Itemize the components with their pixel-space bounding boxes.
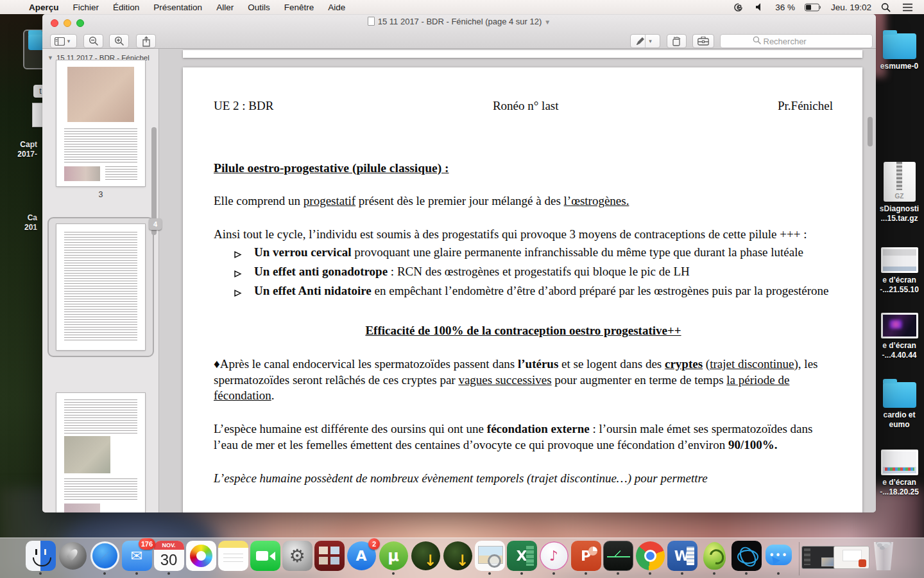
menu-edition[interactable]: Édition [106, 3, 146, 12]
share-button[interactable] [136, 34, 156, 48]
notification-badge: 176 [139, 538, 155, 550]
bullet-arrow-icon [234, 283, 254, 302]
menu-aller[interactable]: Aller [209, 3, 241, 12]
menu-outils[interactable]: Outils [241, 3, 277, 12]
view-menu-button[interactable]: ▾ [50, 34, 77, 48]
dock-appstore-icon[interactable]: A2 [345, 541, 377, 571]
menu-fichier[interactable]: Fichier [66, 3, 107, 12]
desktop-file-label: cardio eteumo [883, 410, 915, 430]
running-indicator-dot [745, 572, 748, 575]
zoom-in-button[interactable] [109, 34, 129, 48]
title-chevron-icon[interactable]: ▼ [544, 19, 551, 26]
document-paragraph: Ainsi tout le cycle, l’individu est soum… [214, 227, 833, 243]
bullet-item: Un verrou cervical provoquant une glaire… [234, 245, 833, 263]
document-paragraph: ♦Après le canal endocervical les spermat… [214, 356, 833, 405]
desktop-left-items: t Capt2017-Ca201 [0, 14, 42, 528]
spotlight-icon[interactable] [877, 3, 895, 12]
dock-trash-icon[interactable] [868, 541, 900, 570]
desktop-file-label: Capt2017- [17, 140, 37, 159]
dock-minwin2-icon[interactable] [835, 541, 868, 569]
battery-icon[interactable] [800, 3, 826, 12]
dock-safari-icon[interactable] [89, 541, 121, 575]
dock-jd-icon[interactable] [409, 541, 441, 571]
dock-itunes-icon[interactable]: ♪ [538, 541, 570, 575]
menu-presentation[interactable]: Présentation [146, 3, 209, 12]
markup-pen-chevron[interactable]: ▾ [645, 35, 655, 48]
document-scrollbar[interactable] [868, 117, 873, 146]
thumbnail-page-image[interactable] [56, 60, 145, 186]
dock-minwin1-icon[interactable] [803, 541, 835, 569]
dock-battlenet-icon[interactable] [730, 541, 762, 575]
dock-prefs-icon[interactable]: ⚙ [281, 541, 313, 571]
dock-preview-icon[interactable] [474, 541, 506, 575]
doc-header-right: Pr.Fénichel [778, 98, 833, 114]
dock-utorrent-icon[interactable]: µ [377, 541, 409, 575]
dock-facetime-icon[interactable] [249, 541, 281, 571]
desktop-file-sdiagnosti-15-tar-gz[interactable]: sDiagnosti...15.tar.gz [875, 162, 924, 223]
markup-pen-button[interactable]: ▾ [630, 34, 660, 48]
dock-excel-icon[interactable]: X [506, 541, 538, 575]
search-icon [753, 35, 761, 47]
zoom-out-button[interactable] [83, 34, 103, 48]
thumbnail-page-image[interactable] [56, 393, 145, 512]
dock-launchpad-icon[interactable] [56, 541, 89, 571]
page-thumbnail-5[interactable] [42, 393, 159, 512]
notification-badge: 2 [368, 538, 380, 550]
dock-finder-icon[interactable] [24, 541, 56, 575]
dock-mail-icon[interactable]: ✉176 [121, 541, 153, 575]
menu-aide[interactable]: Aide [321, 3, 352, 12]
dock-photobooth-icon[interactable] [313, 541, 345, 571]
document-paragraph: L’espèce humaine est différente des ours… [214, 421, 833, 453]
menu-bar: AperçuFichierÉditionPrésentationAllerOut… [0, 0, 924, 14]
window-chrome: 15 11 2017 - BDR - Fénichel (page 4 sur … [42, 14, 876, 49]
selected-thumbnail-box[interactable] [47, 217, 154, 357]
volume-icon[interactable] [751, 3, 770, 12]
search-field[interactable] [720, 34, 873, 48]
uterus-diagram-image [67, 67, 135, 122]
desktop-file-label: e d’écran-...18.20.25 [880, 478, 919, 497]
dock-messages-icon[interactable]: ••• [762, 541, 794, 575]
menu-clock[interactable]: Jeu. 19:02 [828, 3, 874, 12]
dock-powerpoint-icon[interactable]: P [570, 541, 602, 575]
page-thumbnail-4[interactable]: 4 [42, 217, 159, 357]
folder-icon [883, 382, 916, 408]
desktop-file-e-d-ecran-4-40-44[interactable]: e d’écran-...4.40.44 [875, 313, 924, 360]
thumbnail-page-image[interactable] [56, 224, 145, 350]
markup-toolbar-button[interactable] [692, 34, 714, 48]
calendar-day-label: 30 [154, 548, 184, 571]
running-indicator-dot [617, 572, 619, 575]
desktop-file-label: e d’écran-...4.40.44 [882, 341, 916, 360]
dock-notes-icon[interactable] [217, 541, 249, 571]
document-section-title: Pilule oestro-progestative (pilule class… [214, 160, 833, 177]
dock-chrome-icon[interactable] [634, 541, 666, 575]
dock-word-icon[interactable]: W [666, 541, 698, 575]
document-paragraph: L’espèce humaine possèdent de nombreux é… [214, 471, 833, 487]
menu-apercu[interactable]: Aperçu [22, 3, 66, 12]
dock-calendar-icon[interactable]: NOV.30 [153, 541, 185, 575]
bullet-list: Un verrou cervical provoquant une glaire… [214, 245, 833, 302]
rotate-button[interactable] [667, 34, 687, 48]
page-thumbnail-3[interactable]: 3 [42, 60, 159, 199]
screenshot-thumbnail-icon [881, 313, 918, 338]
dock-photos-icon[interactable] [185, 541, 217, 571]
desktop-right-items: esmume-0sDiagnosti...15.tar.gze d’écran-… [875, 0, 924, 539]
document-paragraph: Elle comprend un progestatif présent dès… [214, 193, 833, 209]
menu-extra-icon[interactable] [728, 2, 748, 13]
document-header-row: UE 2 : BDRRonéo n° lastPr.Fénichel [214, 98, 833, 114]
microscope-image [64, 166, 99, 182]
desktop-file-e-d-ecran-21-55-10[interactable]: e d’écran-...21.55.10 [875, 247, 924, 295]
search-input[interactable] [764, 37, 841, 46]
desktop-file-e-d-ecran-18-20-25[interactable]: e d’écran-...18.20.25 [875, 450, 924, 497]
desktop-file-esmume-0[interactable]: esmume-0 [875, 33, 924, 71]
folder-icon [883, 33, 916, 59]
dock-tunnelblick-icon[interactable] [698, 541, 730, 575]
menu-fenetre[interactable]: Fenêtre [277, 3, 321, 12]
dock-activity-icon[interactable] [602, 541, 634, 575]
document-proxy-icon[interactable] [368, 17, 375, 26]
notification-center-icon[interactable] [898, 3, 918, 12]
running-indicator-dot [777, 572, 780, 575]
dock-jd2-icon[interactable] [441, 541, 474, 571]
document-text: UE 2 : BDRRonéo n° lastPr.FénichelPilule… [214, 98, 833, 487]
desktop-file-cardio-et-eumo[interactable]: cardio eteumo [875, 382, 924, 430]
bullet-text: Un verrou cervical provoquant une glaire… [254, 245, 803, 263]
